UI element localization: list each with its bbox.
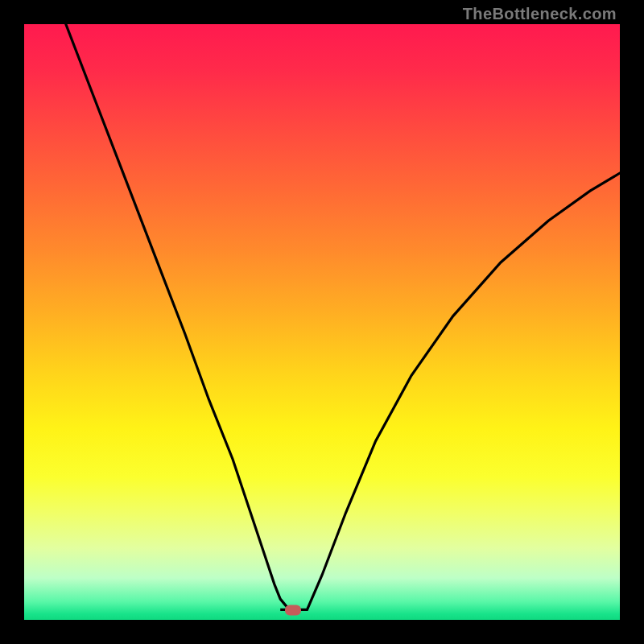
bottleneck-curve-path bbox=[66, 24, 620, 609]
minimum-marker bbox=[285, 605, 301, 616]
chart-frame: TheBottleneck.com bbox=[0, 0, 644, 644]
curve-svg bbox=[24, 24, 620, 620]
watermark-text: TheBottleneck.com bbox=[463, 5, 617, 23]
plot-area bbox=[24, 24, 620, 620]
